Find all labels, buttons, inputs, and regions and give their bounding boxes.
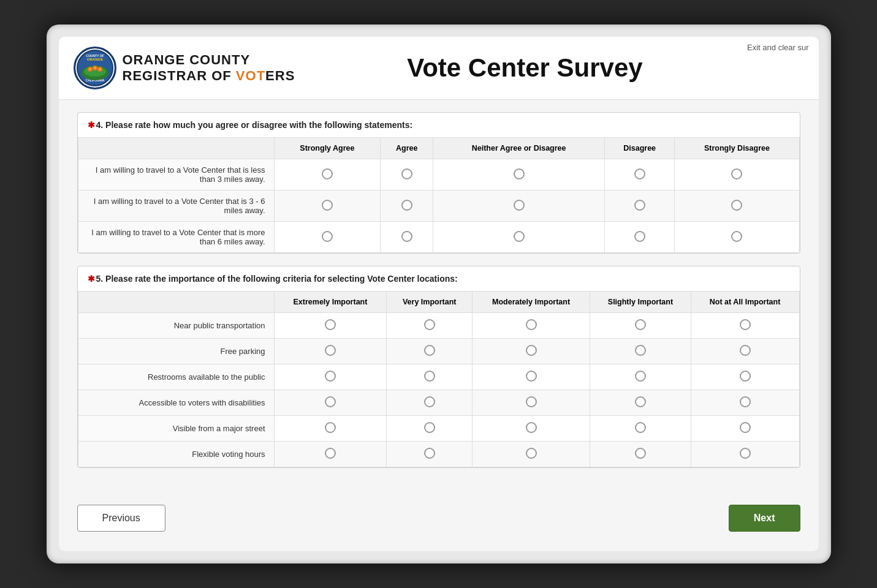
radio-button[interactable] (634, 231, 645, 242)
q5-r1-c5[interactable] (691, 313, 799, 339)
radio-button[interactable] (325, 396, 336, 407)
radio-button[interactable] (322, 168, 333, 179)
question-4-block: ✱4. Please rate how much you agree or di… (77, 112, 800, 254)
radio-button[interactable] (635, 345, 646, 356)
radio-button[interactable] (424, 422, 435, 433)
q4-r1-c5[interactable] (675, 159, 799, 190)
q5-r6-c3[interactable] (472, 442, 590, 467)
q5-r2-c5[interactable] (691, 339, 799, 364)
radio-button[interactable] (514, 231, 525, 242)
q5-r6-c2[interactable] (387, 442, 472, 467)
previous-button[interactable]: Previous (77, 505, 165, 532)
q5-row-2-label: Free parking (78, 339, 274, 364)
next-button[interactable]: Next (729, 505, 800, 532)
q4-r1-c1[interactable] (274, 159, 381, 190)
radio-button[interactable] (514, 168, 525, 179)
radio-button[interactable] (514, 200, 525, 211)
logo-icon: COUNTY OF CALIFORNIA ORANGE (74, 47, 116, 89)
q4-r3-c4[interactable] (605, 222, 675, 253)
radio-button[interactable] (635, 422, 646, 433)
content-area: ✱4. Please rate how much you agree or di… (59, 100, 819, 492)
radio-button[interactable] (740, 448, 751, 459)
radio-button[interactable] (740, 396, 751, 407)
q5-r5-c5[interactable] (691, 416, 799, 442)
q5-r3-c5[interactable] (691, 364, 799, 390)
radio-button[interactable] (325, 319, 336, 330)
radio-button[interactable] (401, 200, 412, 211)
radio-button[interactable] (740, 345, 751, 356)
radio-button[interactable] (526, 345, 537, 356)
radio-button[interactable] (424, 448, 435, 459)
q5-r3-c4[interactable] (590, 364, 691, 390)
radio-button[interactable] (322, 231, 333, 242)
q5-r5-c1[interactable] (274, 416, 387, 442)
q5-r2-c3[interactable] (472, 339, 590, 364)
q4-r1-c4[interactable] (605, 159, 675, 190)
radio-button[interactable] (740, 422, 751, 433)
radio-button[interactable] (731, 200, 742, 211)
q5-r6-c5[interactable] (691, 442, 799, 467)
q4-r3-c1[interactable] (274, 222, 381, 253)
radio-button[interactable] (526, 396, 537, 407)
radio-button[interactable] (526, 319, 537, 330)
q4-row-3-label: I am willing to travel to a Vote Center … (78, 222, 274, 253)
radio-button[interactable] (325, 371, 336, 382)
q5-r1-c2[interactable] (387, 313, 472, 339)
q5-r6-c1[interactable] (274, 442, 387, 467)
q5-r3-c1[interactable] (274, 364, 387, 390)
radio-button[interactable] (634, 168, 645, 179)
q5-r6-c4[interactable] (590, 442, 691, 467)
radio-button[interactable] (325, 345, 336, 356)
q4-r2-c4[interactable] (605, 190, 675, 222)
radio-button[interactable] (635, 371, 646, 382)
q5-r4-c5[interactable] (691, 390, 799, 416)
radio-button[interactable] (635, 319, 646, 330)
radio-button[interactable] (325, 422, 336, 433)
q4-r3-c3[interactable] (433, 222, 605, 253)
q5-r2-c2[interactable] (387, 339, 472, 364)
exit-link[interactable]: Exit and clear sur (747, 43, 808, 52)
radio-button[interactable] (731, 168, 742, 179)
q5-r3-c3[interactable] (472, 364, 590, 390)
q5-r5-c2[interactable] (387, 416, 472, 442)
q5-r4-c3[interactable] (472, 390, 590, 416)
q5-r4-c1[interactable] (274, 390, 387, 416)
radio-button[interactable] (635, 396, 646, 407)
radio-button[interactable] (740, 371, 751, 382)
q5-r3-c2[interactable] (387, 364, 472, 390)
q4-r2-c1[interactable] (274, 190, 381, 222)
q4-col-1: Strongly Agree (274, 138, 381, 159)
radio-button[interactable] (635, 448, 646, 459)
q5-r1-c1[interactable] (274, 313, 387, 339)
q5-r2-c1[interactable] (274, 339, 387, 364)
q4-r1-c2[interactable] (381, 159, 433, 190)
radio-button[interactable] (740, 319, 751, 330)
q5-r4-c4[interactable] (590, 390, 691, 416)
q4-r3-c2[interactable] (381, 222, 433, 253)
radio-button[interactable] (424, 319, 435, 330)
radio-button[interactable] (325, 448, 336, 459)
radio-button[interactable] (424, 371, 435, 382)
q5-r5-c3[interactable] (472, 416, 590, 442)
q4-r3-c5[interactable] (675, 222, 799, 253)
svg-text:ORANGE: ORANGE (86, 58, 102, 61)
radio-button[interactable] (424, 396, 435, 407)
q4-r1-c3[interactable] (433, 159, 605, 190)
q4-r2-c2[interactable] (381, 190, 433, 222)
q4-r2-c3[interactable] (433, 190, 605, 222)
q5-r2-c4[interactable] (590, 339, 691, 364)
radio-button[interactable] (424, 345, 435, 356)
q5-r4-c2[interactable] (387, 390, 472, 416)
q4-r2-c5[interactable] (675, 190, 799, 222)
radio-button[interactable] (401, 231, 412, 242)
radio-button[interactable] (322, 200, 333, 211)
q5-r1-c4[interactable] (590, 313, 691, 339)
radio-button[interactable] (401, 168, 412, 179)
radio-button[interactable] (634, 200, 645, 211)
q5-r1-c3[interactable] (472, 313, 590, 339)
radio-button[interactable] (731, 231, 742, 242)
radio-button[interactable] (526, 371, 537, 382)
q5-r5-c4[interactable] (590, 416, 691, 442)
radio-button[interactable] (526, 448, 537, 459)
radio-button[interactable] (526, 422, 537, 433)
